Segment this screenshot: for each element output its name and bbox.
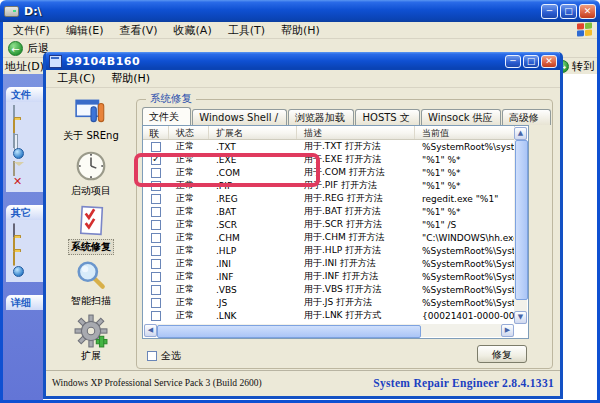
horizontal-scroll-thumb[interactable] <box>157 325 421 338</box>
menu-help[interactable]: 帮助(H) <box>273 23 328 38</box>
row-checkbox[interactable] <box>151 259 161 269</box>
table-row[interactable]: 正常 .EXE 用于.EXE 打开方法 "%1" %* <box>143 153 515 166</box>
tab-browser-addons[interactable]: 浏览器加载项 <box>288 109 355 125</box>
row-checkbox[interactable] <box>151 298 161 308</box>
menu-file[interactable]: 文件(F) <box>5 23 58 38</box>
sreng-minimize-button[interactable]: ─ <box>505 55 521 68</box>
row-checkbox[interactable] <box>151 220 161 230</box>
os-version-text: Windows XP Professional Service Pack 3 (… <box>52 378 262 388</box>
row-checkbox-cell[interactable] <box>143 207 169 217</box>
row-checkbox-cell[interactable] <box>143 285 169 295</box>
sidebar-item-system-repair[interactable]: 系统修复 <box>49 204 133 253</box>
network-icon[interactable] <box>13 266 24 277</box>
delete-icon[interactable]: ✕ <box>13 176 26 187</box>
table-row[interactable]: 正常 .LNK 用于.LNK 打开方式 {00021401-0000-0000-… <box>143 309 515 322</box>
sreng-close-button[interactable]: ✕ <box>541 55 557 68</box>
select-all-control[interactable]: 全选 <box>147 349 181 363</box>
row-checkbox-cell[interactable] <box>143 142 169 152</box>
sidebar-item-about[interactable]: 关于 SREng <box>49 94 133 143</box>
horizontal-scrollbar[interactable]: ◀ ▶ <box>144 324 514 337</box>
tab-advanced-repair[interactable]: 高级修复 <box>502 109 551 125</box>
row-checkbox-cell[interactable] <box>143 272 169 282</box>
explorer-close-button[interactable]: ✕ <box>579 4 596 19</box>
tab-winsock-providers[interactable]: Winsock 供应者 <box>421 109 501 125</box>
header-extension[interactable]: 扩展名 <box>209 126 297 139</box>
row-checkbox[interactable] <box>151 168 161 178</box>
header-description[interactable]: 描述 <box>297 126 415 139</box>
table-row[interactable]: 正常 .JS 用于.JS 打开方法 %SystemRoot%\System32\ <box>143 296 515 309</box>
row-checkbox[interactable] <box>151 272 161 282</box>
explorer-maximize-button[interactable]: □ <box>560 4 577 19</box>
select-all-checkbox[interactable] <box>147 351 157 361</box>
panel-title[interactable]: 其它 <box>6 205 43 220</box>
tab-hosts-file[interactable]: HOSTS 文件 <box>355 109 420 125</box>
sreng-menu-tools[interactable]: 工具(C) <box>49 71 103 86</box>
publish-icon[interactable] <box>13 148 24 159</box>
sidebar-item-startup[interactable]: 启动项目 <box>49 149 133 198</box>
back-icon[interactable]: ← <box>8 41 23 56</box>
scroll-down-icon[interactable]: ▼ <box>514 311 527 324</box>
row-checkbox[interactable] <box>151 233 161 243</box>
table-row[interactable]: 正常 .HLP 用于.HLP 打开方法 %SystemRoot%\System3… <box>143 244 515 257</box>
scroll-right-icon[interactable]: ▶ <box>501 324 514 337</box>
menu-view[interactable]: 查看(V) <box>111 23 165 38</box>
row-checkbox[interactable] <box>151 194 161 204</box>
menu-tools[interactable]: 工具(T) <box>220 23 273 38</box>
repair-button[interactable]: 修复 <box>477 345 527 363</box>
row-checkbox-cell[interactable] <box>143 233 169 243</box>
explorer-minimize-button[interactable]: ─ <box>541 4 558 19</box>
row-checkbox-cell[interactable] <box>143 246 169 256</box>
table-row[interactable]: 正常 .INI 用于.INI 打开方法 %SystemRoot%\System3… <box>143 257 515 270</box>
table-row[interactable]: 正常 .TXT 用于.TXT 打开方法 %SystemRoot%\system3… <box>143 140 515 153</box>
row-checkbox-cell[interactable] <box>143 181 169 191</box>
table-row[interactable]: 正常 .BAT 用于.BAT 打开方法 "%1" %* <box>143 205 515 218</box>
tab-windows-shell-ie[interactable]: Windows Shell / IE <box>192 109 286 125</box>
menu-edit[interactable]: 编辑(E) <box>58 23 112 38</box>
explorer-titlebar[interactable]: D:\ ─ □ ✕ <box>0 0 600 22</box>
sidebar-item-smart-scan[interactable]: 智能扫描 <box>49 259 133 308</box>
row-checkbox[interactable] <box>151 311 161 321</box>
row-checkbox[interactable] <box>151 246 161 256</box>
header-status[interactable]: 状态 <box>169 126 209 139</box>
row-checkbox-cell[interactable] <box>143 220 169 230</box>
row-checkbox[interactable] <box>151 142 161 152</box>
table-row[interactable]: 正常 .INF 用于.INF 打开方法 %SystemRoot%\System3… <box>143 270 515 283</box>
menu-favorites[interactable]: 收藏(A) <box>166 23 220 38</box>
panel-title[interactable]: 详细 <box>6 295 43 310</box>
row-checkbox[interactable] <box>151 207 161 217</box>
move-icon[interactable] <box>13 120 26 131</box>
row-checkbox[interactable] <box>151 285 161 295</box>
table-row[interactable]: 正常 .SCR 用于.SCR 打开方法 "%1" /S <box>143 218 515 231</box>
table-row[interactable]: 正常 .VBS 用于.VBS 打开方法 %SystemRoot%\System3… <box>143 283 515 296</box>
drive-icon[interactable] <box>13 224 26 235</box>
rename-icon[interactable] <box>13 106 26 117</box>
table-row[interactable]: 正常 .CHM 用于.CHM 打开方法 "C:\WINDOWS\hh.exe" … <box>143 231 515 244</box>
row-checkbox-cell[interactable] <box>143 155 169 165</box>
header-current-value[interactable]: 当前值 <box>415 126 515 139</box>
table-row[interactable]: 正常 .COM 用于.COM 打开方法 "%1" %* <box>143 166 515 179</box>
scroll-up-icon[interactable]: ▲ <box>514 127 527 140</box>
mail-icon[interactable] <box>13 162 26 173</box>
sreng-titlebar[interactable]: 99104B160 ─ □ ✕ <box>46 52 560 70</box>
row-checkbox-cell[interactable] <box>143 194 169 204</box>
vertical-scroll-thumb[interactable] <box>515 140 528 300</box>
sidebar-item-extensions[interactable]: 扩展 <box>49 314 133 363</box>
row-checkbox-cell[interactable] <box>143 168 169 178</box>
copy-icon[interactable] <box>13 134 26 145</box>
table-row[interactable]: 正常 .REG 用于.REG 打开方法 regedit.exe "%1" <box>143 192 515 205</box>
cell-status: 正常 <box>169 140 209 153</box>
row-checkbox[interactable] <box>151 155 161 165</box>
tab-file-association[interactable]: 文件关联 <box>142 107 191 125</box>
my-documents-icon[interactable] <box>13 238 26 249</box>
shared-documents-icon[interactable] <box>13 252 26 263</box>
panel-title[interactable]: 文件 <box>6 87 43 102</box>
sreng-maximize-button[interactable]: □ <box>523 55 539 68</box>
vertical-scrollbar[interactable]: ▲ ▼ <box>514 127 527 324</box>
row-checkbox-cell[interactable] <box>143 259 169 269</box>
row-checkbox[interactable] <box>151 181 161 191</box>
scroll-left-icon[interactable]: ◀ <box>144 324 157 337</box>
sreng-menu-help[interactable]: 帮助(H) <box>103 71 158 86</box>
row-checkbox-cell[interactable] <box>143 311 169 321</box>
table-row[interactable]: 正常 .PIF 用于.PIF 打开方法 "%1" %* <box>143 179 515 192</box>
row-checkbox-cell[interactable] <box>143 298 169 308</box>
